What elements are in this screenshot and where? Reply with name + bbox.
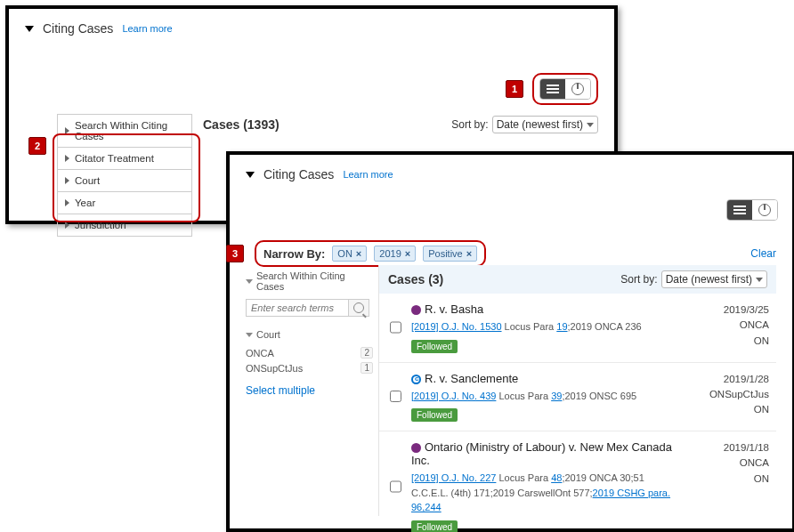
chevron-down-icon (587, 123, 594, 127)
sort-by-label: Sort by: (451, 118, 488, 131)
facet-count: 1 (361, 362, 373, 374)
chip-label: ON (337, 248, 352, 259)
locus-para-link[interactable]: 19 (556, 321, 567, 332)
facet-label: ONCA (246, 348, 274, 359)
facet-count: 2 (361, 347, 373, 359)
sidebar-section-search[interactable]: Search Within Citing Cases (246, 265, 373, 297)
filter-citator-treatment[interactable]: Citator Treatment (58, 148, 191, 170)
pie-chart-icon (571, 83, 584, 95)
narrow-by-label: Narrow By: (263, 247, 325, 261)
chip-label: 2019 (379, 248, 401, 259)
collapse-icon[interactable] (246, 172, 255, 178)
cases-count-title: Cases (1393) (203, 117, 280, 132)
cases-header-row: Cases (3) Sort by: Date (newest first) (379, 265, 776, 294)
cases-count-title: Cases (3) (388, 272, 443, 286)
facet-court-onsupctjus[interactable]: ONSupCtJus1 (246, 360, 373, 375)
case-title[interactable]: R. v. Basha (411, 302, 673, 316)
treatment-icon (411, 375, 421, 384)
citation-line: [2019] O.J. No. 439 Locus Para 39;2019 O… (411, 389, 673, 404)
locus-para-link[interactable]: 39 (551, 391, 562, 401)
close-icon[interactable]: × (466, 248, 472, 259)
treatment-badge: Followed (411, 340, 458, 353)
clear-filters-link[interactable]: Clear (750, 247, 776, 260)
filter-label: Jurisdiction (75, 220, 126, 230)
view-toggle-group: 1 (506, 73, 598, 105)
facet-court-onca[interactable]: ONCA2 (246, 345, 373, 360)
chevron-down-icon (246, 333, 253, 337)
result-court: ONCA (680, 318, 769, 333)
sort-select[interactable]: Date (newest first) (492, 116, 598, 133)
case-title[interactable]: R. v. Sanclemente (411, 372, 673, 385)
learn-more-link[interactable]: Learn more (343, 169, 393, 180)
select-multiple-link[interactable]: Select multiple (246, 375, 373, 397)
citing-cases-header: Citing Cases Learn more (25, 21, 598, 36)
sidebar-filters: Search Within Citing Cases Court ONCA2 O… (246, 265, 379, 516)
treatment-icon (411, 443, 421, 453)
results-column: Cases (3) Sort by: Date (newest first) R… (379, 265, 776, 516)
list-view-button[interactable] (540, 79, 565, 99)
locus-para-link[interactable]: 48 (551, 472, 562, 483)
sidebar-section-court[interactable]: Court (246, 324, 373, 345)
filter-label: Year (75, 197, 95, 208)
result-checkbox[interactable] (390, 304, 401, 351)
result-jurisdiction: ON (680, 402, 769, 417)
search-within-box (246, 299, 373, 317)
chevron-down-icon (756, 278, 763, 282)
filter-label: Court (75, 175, 100, 186)
section-label: Court (256, 329, 280, 340)
search-submit-button[interactable] (348, 299, 369, 317)
result-checkbox[interactable] (390, 442, 401, 531)
result-meta: 2019/1/28 ONSupCtJus ON (680, 372, 769, 423)
view-toggle-group (726, 199, 778, 221)
list-icon (733, 206, 746, 214)
citation-link[interactable]: [2019] O.J. No. 227 (411, 472, 496, 483)
result-court: ONSupCtJus (680, 387, 769, 402)
learn-more-link[interactable]: Learn more (122, 23, 172, 34)
treatment-badge: Followed (411, 408, 458, 422)
sort-select[interactable]: Date (newest first) (661, 270, 767, 288)
section-title: Citing Cases (43, 21, 113, 36)
list-view-button[interactable] (727, 200, 752, 220)
result-meta: 2019/1/18 ONCA ON (680, 440, 769, 532)
filter-chip-treatment[interactable]: Positive× (423, 246, 477, 262)
filter-chip-jurisdiction[interactable]: ON× (332, 246, 367, 262)
treatment-badge: Followed (411, 520, 458, 533)
list-icon (547, 85, 559, 93)
result-date: 2019/1/28 (680, 372, 769, 387)
citation-link[interactable]: [2019] O.J. No. 1530 (411, 321, 502, 332)
collapse-icon[interactable] (25, 26, 34, 32)
callout-badge-3: 3 (226, 245, 244, 262)
facet-label: ONSupCtJus (246, 363, 303, 374)
case-title[interactable]: Ontario (Ministry of Labour) v. New Mex … (411, 440, 673, 467)
chip-label: Positive (428, 248, 463, 259)
citation-line: [2019] O.J. No. 1530 Locus Para 19;2019 … (411, 319, 673, 335)
citation-link[interactable]: [2019] O.J. No. 439 (411, 391, 496, 401)
chart-view-button[interactable] (752, 200, 777, 220)
callout-badge-2: 2 (28, 137, 46, 155)
result-court: ONCA (680, 455, 769, 471)
result-jurisdiction: ON (680, 472, 769, 487)
treatment-icon (411, 305, 421, 315)
section-title: Citing Cases (263, 167, 334, 181)
search-input[interactable] (246, 299, 348, 317)
filter-year[interactable]: Year (58, 192, 191, 214)
panel-b-window: Citing Cases Learn more 3 Narrow By: ON× (226, 151, 794, 532)
narrow-by-bar: 3 Narrow By: ON× 2019× Positive× Clear (246, 240, 776, 267)
close-icon[interactable]: × (356, 248, 361, 259)
filter-label: Citator Treatment (75, 153, 154, 164)
chevron-right-icon (65, 199, 69, 206)
filter-jurisdiction[interactable]: Jurisdiction (58, 214, 191, 236)
filter-chip-year[interactable]: 2019× (374, 246, 416, 262)
result-meta: 2019/3/25 ONCA ON (680, 302, 769, 353)
sort-by-label: Sort by: (620, 273, 657, 286)
filter-court[interactable]: Court (58, 170, 191, 192)
close-icon[interactable]: × (405, 248, 410, 259)
filter-label: Search Within Citing Cases (75, 120, 184, 141)
filter-search-within[interactable]: Search Within Citing Cases (58, 115, 191, 148)
chart-view-button[interactable] (565, 79, 590, 99)
chevron-right-icon (65, 155, 69, 162)
result-row: R. v. Basha [2019] O.J. No. 1530 Locus P… (379, 294, 776, 363)
callout-badge-1: 1 (506, 80, 523, 98)
result-jurisdiction: ON (680, 334, 769, 349)
result-checkbox[interactable] (390, 374, 401, 420)
